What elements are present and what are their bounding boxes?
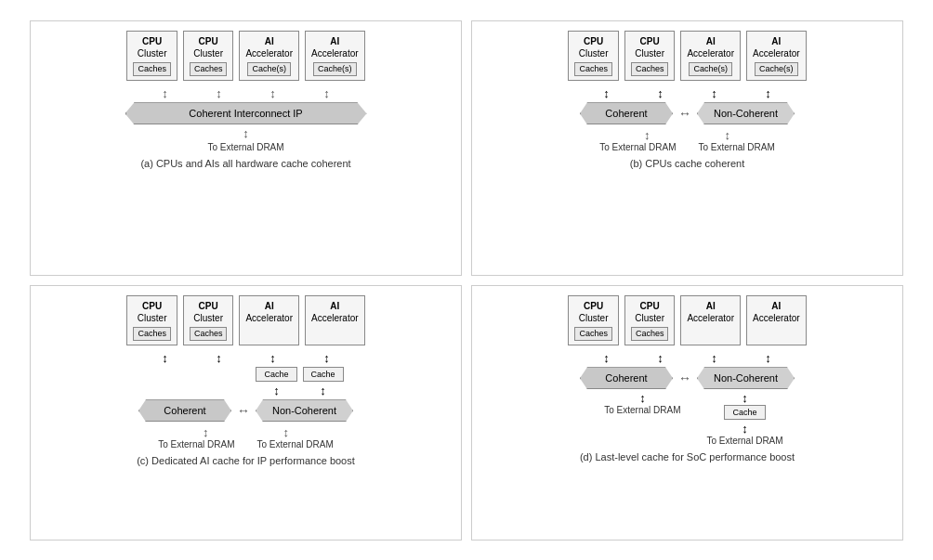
diagram-d-coherent-label: Coherent	[605, 372, 647, 384]
unit-ai1-cache: Cache(s)	[247, 62, 291, 77]
arrow-c3: ↕	[249, 351, 297, 365]
unit-c-ai2-title: AI	[311, 300, 359, 312]
horiz-arrow-c: ↔	[237, 403, 250, 418]
unit-c-cpu1-title: CPU	[133, 300, 171, 312]
c-cache-arrow2: ↕	[320, 384, 326, 397]
arrow-b3: ↕	[690, 86, 739, 100]
arrow-b2: ↕	[637, 86, 685, 100]
diagram-b-dram-left: To External DRAM	[599, 142, 676, 152]
c-ai1-cache-col: Cache ↕	[256, 367, 296, 397]
unit-ai2-cache: Cache(s)	[313, 62, 357, 77]
unit-b-cpu2-sub: Cluster	[631, 47, 669, 59]
unit-b-ai2-sub: Accelerator	[753, 47, 800, 59]
diagram-d-banners: Coherent ↔ Non-Coherent	[580, 367, 795, 389]
unit-b-ai2-cache: Cache(s)	[755, 62, 798, 77]
unit-b-cpu2: CPU Cluster Caches	[624, 31, 676, 82]
unit-c-cpu1: CPU Cluster Caches	[126, 295, 177, 346]
diagram-c: CPU Cluster Caches CPU Cluster Caches AI…	[30, 285, 462, 540]
unit-cpu1: CPU Cluster Caches	[126, 31, 177, 82]
unit-b-ai2: AI Accelerator Cache(s)	[746, 31, 807, 82]
diagram-d-units: CPU Cluster Caches CPU Cluster Caches AI…	[568, 295, 806, 346]
unit-d-cpu1: CPU Cluster Caches	[568, 295, 619, 346]
diagram-d-coherent: Coherent	[580, 367, 673, 389]
unit-d-ai1-sub: Accelerator	[687, 312, 734, 324]
diagram-b-noncoherent-label: Non-Coherent	[714, 108, 778, 119]
diagram-b: CPU Cluster Caches CPU Cluster Caches AI…	[471, 20, 903, 276]
arrow-d1: ↕	[583, 351, 631, 365]
diagram-a-banner-label: Coherent Interconnect IP	[189, 108, 302, 119]
diagram-c-noncoherent-label: Non-Coherent	[272, 405, 336, 416]
diagram-b-coherent-label: Coherent	[605, 108, 647, 119]
diagram-b-banners: Coherent ↔ Non-Coherent	[580, 102, 795, 124]
unit-c-cpu2-sub: Cluster	[190, 312, 228, 324]
unit-ai2-sub: Accelerator	[311, 47, 359, 59]
unit-d-cpu2-cache: Caches	[631, 327, 669, 342]
arrow-c4: ↕	[303, 351, 351, 365]
arrow-a4: ↕	[303, 86, 351, 100]
unit-c-cpu2-cache: Caches	[190, 327, 228, 342]
diagram-d: CPU Cluster Caches CPU Cluster Caches AI…	[471, 285, 903, 540]
arrow-a-dram: ↕	[243, 126, 249, 140]
unit-c-ai2: AI Accelerator	[305, 295, 365, 346]
unit-c-cpu2: CPU Cluster Caches	[183, 295, 234, 346]
main-container: CPU Cluster Caches CPU Cluster Caches AI…	[20, 11, 913, 550]
diagram-b-dram-right: To External DRAM	[699, 142, 775, 152]
d-left-dram: ↕ To External DRAM	[591, 391, 693, 415]
diagram-c-dram-labels: To External DRAM To External DRAM	[158, 439, 334, 449]
diagram-b-dram-labels: To External DRAM To External DRAM	[599, 142, 775, 152]
horiz-arrow-d: ↔	[678, 371, 691, 385]
arrow-d-left-dram: ↕	[639, 391, 646, 405]
diagram-a-dram: To External DRAM	[207, 142, 283, 152]
unit-d-ai2-sub: Accelerator	[753, 312, 800, 324]
unit-d-cpu2: CPU Cluster Caches	[624, 295, 676, 346]
arrow-b1: ↕	[583, 86, 631, 100]
arrow-c-dram-right: ↕	[283, 425, 290, 439]
unit-d-ai2: AI Accelerator	[746, 295, 807, 346]
diagram-a-banner: Coherent Interconnect IP	[125, 102, 367, 124]
arrow-a3: ↕	[249, 86, 297, 100]
unit-b-cpu1-title: CPU	[574, 35, 612, 47]
unit-d-ai2-title: AI	[753, 300, 800, 312]
arrow-a2: ↕	[195, 86, 243, 100]
unit-c-ai1-sub: Accelerator	[245, 312, 293, 324]
diagram-a: CPU Cluster Caches CPU Cluster Caches AI…	[30, 20, 462, 276]
unit-d-ai1-title: AI	[687, 300, 734, 312]
unit-d-cpu2-title: CPU	[631, 300, 669, 312]
arrow-c1: ↕	[141, 351, 190, 365]
diagram-c-title: (c) Dedicated AI cache for IP performanc…	[137, 455, 355, 466]
diagram-c-dram-arrows: ↕ ↕	[203, 425, 289, 439]
diagram-c-dram-left: To External DRAM	[158, 439, 234, 449]
diagram-b-units: CPU Cluster Caches CPU Cluster Caches AI…	[568, 31, 806, 82]
unit-ai2-title: AI	[311, 35, 359, 47]
diagram-c-mid: Cache ↕ Cache ↕	[148, 367, 343, 397]
d-cache-box: Cache	[724, 405, 765, 420]
unit-d-cpu1-sub: Cluster	[574, 312, 612, 324]
unit-cpu1-title: CPU	[133, 35, 171, 47]
unit-c-cpu2-title: CPU	[190, 300, 228, 312]
unit-cpu1-sub: Cluster	[133, 47, 171, 59]
d-right-cache: ↕ Cache ↕ To External DRAM	[706, 391, 782, 446]
unit-c-cpu1-sub: Cluster	[133, 312, 171, 324]
unit-b-cpu2-cache: Caches	[631, 62, 669, 77]
diagram-d-noncoherent: Non-Coherent	[697, 367, 795, 389]
diagram-b-noncoherent: Non-Coherent	[697, 102, 795, 124]
diagram-c-coherent-label: Coherent	[164, 405, 205, 416]
diagram-d-arrows-top: ↕ ↕ ↕ ↕	[477, 351, 898, 365]
c-cache-box2: Cache	[303, 367, 344, 382]
unit-cpu2: CPU Cluster Caches	[183, 31, 234, 82]
arrow-d-right-top: ↕	[742, 391, 748, 405]
unit-b-ai1: AI Accelerator Cache(s)	[680, 31, 741, 82]
d-dram-label-left: To External DRAM	[604, 405, 680, 415]
c-cache-box1: Cache	[256, 367, 296, 382]
diagram-d-title: (d) Last-level cache for SoC performance…	[580, 451, 795, 462]
diagram-b-arrows: ↕ ↕ ↕ ↕	[477, 86, 898, 100]
c-cache-arrow1: ↕	[273, 384, 280, 397]
diagram-b-title: (b) CPUs cache coherent	[630, 158, 745, 169]
unit-c-ai1-title: AI	[245, 300, 293, 312]
unit-b-cpu2-title: CPU	[631, 35, 669, 47]
arrow-b-dram-left: ↕	[644, 128, 650, 142]
unit-b-cpu1-sub: Cluster	[574, 47, 612, 59]
c-ai2-cache-col: Cache ↕	[303, 367, 344, 397]
unit-ai1-sub: Accelerator	[245, 47, 293, 59]
unit-cpu2-title: CPU	[190, 35, 228, 47]
